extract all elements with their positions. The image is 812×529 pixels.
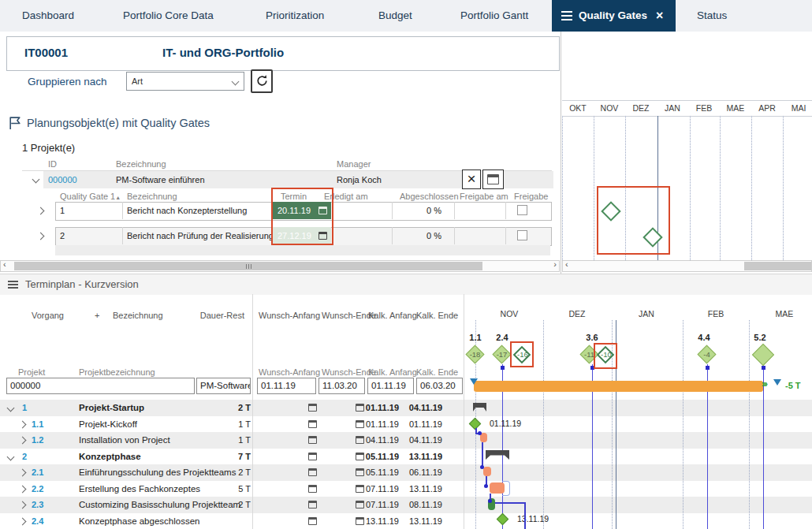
expand-chevron-icon[interactable]	[19, 517, 27, 525]
milestone-label: 3.6	[586, 333, 598, 342]
refresh-icon	[255, 74, 269, 88]
col-dauer-rest[interactable]: Dauer-Rest	[189, 311, 244, 320]
col-wunsch-anfang[interactable]: Wunsch-Anfang	[259, 311, 320, 320]
scroll-thumb[interactable]	[14, 262, 482, 270]
h-scrollbar-left-panel[interactable]: ‹ ›	[0, 260, 560, 272]
tab-portfolio-core-data[interactable]: Portfolio Core Data	[123, 0, 214, 32]
tab-budget[interactable]: Budget	[378, 0, 412, 32]
calendar-icon[interactable]	[308, 453, 317, 460]
freigabe-checkbox[interactable]	[517, 205, 527, 215]
col-bezeichnung[interactable]: Bezeichnung	[113, 311, 163, 320]
menu-icon[interactable]	[8, 281, 18, 282]
gate-termin-value: 27.12.19	[277, 231, 311, 240]
sort-indicator[interactable]: 1▲	[110, 192, 121, 201]
column-splitter[interactable]	[252, 294, 253, 529]
menu-icon[interactable]	[561, 11, 572, 13]
scroll-thumb[interactable]	[744, 262, 811, 270]
terminplan-header: Terminplan - Kurzversion	[0, 274, 812, 295]
wunsch-ende-input[interactable]: 11.03.20	[318, 378, 365, 394]
gate-termin-cell[interactable]: 27.12.19	[273, 227, 331, 244]
expand-chevron-icon[interactable]	[19, 469, 27, 477]
baseline-start-marker	[470, 378, 478, 385]
milestone-diamond[interactable]	[752, 344, 774, 366]
gate-termin-cell[interactable]: 20.11.19	[273, 202, 331, 219]
terminplan-title: Terminplan - Kurzversion	[25, 278, 139, 290]
tab-status[interactable]: Status	[697, 0, 727, 32]
calendar-icon[interactable]	[318, 232, 327, 240]
task-row-2-2[interactable]: 2.2 Erstellung des Fachkonzeptes5 T 07.1…	[0, 481, 464, 497]
calendar-button[interactable]	[482, 170, 504, 189]
add-column-plus[interactable]: +	[95, 311, 99, 320]
task-row-1[interactable]: 1 Projekt-Startup2 T 01.11.1904.11.19	[0, 400, 464, 416]
group-by-select[interactable]: Art	[126, 72, 244, 91]
task-row-2-1[interactable]: 2.1 Einführungsschulung des Projektteams…	[0, 464, 464, 481]
milestone-2-4[interactable]	[497, 513, 509, 526]
expand-chevron-icon[interactable]	[19, 501, 27, 509]
task-row-1-1[interactable]: 1.1 Projekt-Kickoff1 T 01.11.1901.11.19	[0, 416, 464, 433]
month-label: DEZ	[633, 103, 650, 113]
tab-quality-gates[interactable]: Quality Gates ×	[552, 0, 676, 32]
kalk-ende-input[interactable]: 06.03.20	[416, 378, 463, 394]
kalk-anfang-input[interactable]: 01.11.19	[367, 378, 414, 394]
gate-termin-value: 20.11.19	[277, 206, 311, 215]
task-row-1-2[interactable]: 1.2 Installation von Project1 T 04.11.19…	[0, 432, 464, 449]
col-kalk-ende[interactable]: Kalk. Ende	[416, 311, 458, 320]
calendar-icon[interactable]	[308, 517, 317, 525]
milestone-date-label: 01.11.19	[490, 419, 521, 428]
wunsch-anfang-input[interactable]: 01.11.19	[257, 378, 316, 394]
col-kalk-anfang[interactable]: Kalk. Anfang	[368, 311, 417, 320]
month-label: OKT	[569, 103, 587, 113]
refresh-button[interactable]	[251, 69, 273, 93]
milestone-diamond[interactable]: -17	[492, 345, 511, 363]
task-row-2-4[interactable]: 2.4 Konzeptphase abgeschlossen 13.11.191…	[0, 513, 464, 529]
col-termin: Termin	[281, 192, 307, 201]
quality-gate-milestone[interactable]	[643, 227, 662, 247]
freigabe-checkbox[interactable]	[517, 230, 527, 240]
expand-chevron-icon[interactable]	[37, 207, 45, 215]
project-id-link[interactable]: 000000	[48, 175, 77, 184]
tab-quality-gates-label: Quality Gates	[579, 0, 647, 32]
calendar-icon[interactable]	[308, 404, 317, 412]
expand-chevron-icon[interactable]	[19, 437, 27, 445]
baseline-end-marker	[773, 379, 781, 386]
task-row-2-3[interactable]: 2.3 Customizing Basisschulung Projekttea…	[0, 497, 464, 513]
calendar-icon[interactable]	[308, 420, 317, 428]
collapse-chevron-icon[interactable]	[7, 404, 15, 412]
tab-dashboard[interactable]: Dashboard	[22, 0, 74, 32]
close-tab-icon[interactable]: ×	[656, 0, 663, 32]
project-gantt-bar[interactable]	[474, 381, 763, 392]
portfolio-id: IT00001	[24, 46, 68, 59]
table-gantt-splitter[interactable]	[464, 294, 464, 529]
task-row-2[interactable]: 2 Konzeptphase7 T 05.11.1913.11.19	[0, 449, 464, 465]
expand-chevron-icon[interactable]	[19, 420, 27, 428]
project-id-input[interactable]: 000000	[6, 378, 195, 394]
task-bar-2-1[interactable]	[483, 467, 491, 476]
calendar-icon[interactable]	[308, 436, 317, 444]
col-vorgang[interactable]: Vorgang	[32, 311, 64, 320]
chevron-down-icon	[232, 78, 240, 86]
milestone-diamond[interactable]: -4	[697, 345, 716, 363]
month-label: JAN	[665, 103, 680, 113]
project-name-input[interactable]: PM-Software einführen	[196, 378, 251, 394]
portfolio-header: IT00001 IT- und ORG-Portfolio	[6, 36, 560, 71]
mini-gantt-month-header: OKT NOV DEZ JAN FEB MAE APR MAI	[562, 100, 812, 117]
tab-portfolio-gantt[interactable]: Portfolio Gantt	[460, 0, 528, 32]
collapse-chevron-icon[interactable]	[7, 453, 15, 460]
calendar-icon[interactable]	[308, 468, 317, 476]
summary-bar-2[interactable]	[486, 450, 509, 460]
panel-divider[interactable]	[561, 32, 561, 274]
calendar-icon[interactable]	[318, 207, 327, 214]
collapse-chevron-icon[interactable]	[32, 176, 40, 184]
h-scrollbar-right-panel[interactable]: ‹	[562, 260, 812, 272]
milestone-diamond[interactable]: -18	[465, 345, 484, 363]
calendar-icon[interactable]	[308, 485, 317, 493]
quality-gate-milestone[interactable]: -16	[513, 346, 531, 364]
tab-prioritization[interactable]: Prioritization	[266, 0, 324, 32]
quality-gate-milestone[interactable]	[601, 201, 620, 221]
expand-chevron-icon[interactable]	[19, 485, 27, 493]
calendar-icon[interactable]	[308, 501, 317, 509]
delete-button[interactable]: ×	[462, 170, 481, 189]
project-count: 1 Projekt(e)	[22, 142, 75, 154]
project-manager: Ronja Koch	[337, 175, 382, 184]
expand-chevron-icon[interactable]	[37, 233, 45, 240]
